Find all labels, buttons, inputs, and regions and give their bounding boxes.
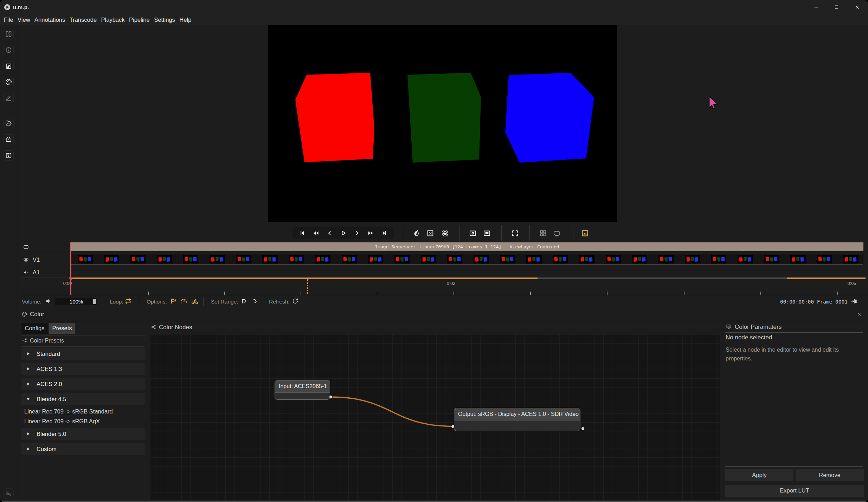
- node-editor-canvas[interactable]: Input: ACES2065-1Output: sRGB - Display …: [150, 334, 720, 500]
- color-node-output[interactable]: Output: sRGB - Display - ACES 1.0 - SDR …: [454, 408, 580, 431]
- bike-icon[interactable]: [191, 298, 198, 305]
- options-label: Options:: [147, 295, 167, 308]
- loop-label: Loop:: [110, 295, 123, 308]
- skip-to-start-button[interactable]: [298, 229, 306, 237]
- params-section-header: Color Paramaters: [735, 324, 782, 331]
- node-port-out[interactable]: [329, 395, 333, 399]
- background-matte-button[interactable]: [441, 229, 449, 237]
- track-label-v1: V1: [33, 256, 40, 263]
- close-icon[interactable]: [856, 311, 862, 317]
- color-node-input[interactable]: Input: ACES2065-1: [275, 380, 330, 400]
- timeline-range-segment[interactable]: [538, 278, 787, 279]
- clip-thumbnail: [104, 255, 120, 263]
- toolbar-separator: [501, 225, 502, 241]
- snapshot-button[interactable]: [469, 229, 477, 237]
- preset-row-blender-4-5[interactable]: Blender 4.5: [21, 393, 145, 405]
- info-icon[interactable]: [4, 45, 14, 55]
- clip-thumbnail: [553, 255, 568, 263]
- video-canvas[interactable]: [268, 25, 617, 222]
- menu-help[interactable]: Help: [179, 14, 191, 25]
- menu-file[interactable]: File: [4, 14, 13, 25]
- refresh-icon[interactable]: [292, 298, 298, 304]
- preset-item[interactable]: Linear Rec.709 -> sRGB AgX: [24, 417, 145, 426]
- image-view-button[interactable]: [581, 229, 589, 237]
- eye-icon[interactable]: [23, 257, 29, 262]
- play-button[interactable]: [339, 229, 347, 237]
- set-range-out-icon[interactable]: [251, 298, 258, 305]
- menu-pipeline[interactable]: Pipeline: [129, 14, 150, 25]
- close-button[interactable]: [849, 0, 865, 14]
- params-icon: [726, 324, 732, 330]
- volume-speaker-icon[interactable]: [45, 298, 52, 304]
- sequence-clip-bar[interactable]: Image Sequence: linear709HR [124 frames …: [71, 242, 863, 251]
- set-range-in-icon[interactable]: [241, 298, 247, 305]
- options-f-button[interactable]: F*: [171, 295, 176, 308]
- fullscreen-button[interactable]: [511, 229, 519, 237]
- clip-thumbnail: [843, 255, 859, 263]
- node-port-out[interactable]: [581, 427, 585, 430]
- preset-row-custom[interactable]: Custom: [21, 443, 145, 455]
- transport-toolbar: [17, 222, 868, 242]
- menu-transcode[interactable]: Transcode: [70, 14, 97, 25]
- video-track-clip[interactable]: [71, 254, 863, 265]
- menu-view[interactable]: View: [18, 14, 30, 25]
- volume-slider[interactable]: 100%: [55, 298, 97, 305]
- ruler-tick: [760, 292, 761, 295]
- clip-thumbnail: [817, 255, 832, 263]
- previous-frame-button[interactable]: [326, 229, 334, 237]
- remove-button[interactable]: Remove: [796, 469, 864, 481]
- palette-icon[interactable]: [4, 77, 14, 87]
- loop-icon[interactable]: [125, 298, 131, 305]
- status-separator: [139, 298, 139, 306]
- apply-button[interactable]: Apply: [725, 469, 793, 481]
- fast-forward-button[interactable]: [367, 229, 374, 237]
- save-icon[interactable]: [4, 150, 14, 161]
- menu-playback[interactable]: Playback: [101, 14, 125, 25]
- ruler-tick: [530, 292, 531, 295]
- layout-dashboard-icon[interactable]: [4, 29, 14, 39]
- pen-line-icon[interactable]: [4, 93, 14, 103]
- speaker-icon[interactable]: [23, 269, 29, 275]
- display-view-button[interactable]: [553, 229, 561, 237]
- tab-presets[interactable]: Presets: [49, 323, 75, 334]
- preset-item[interactable]: Linear Rec.709 -> sRGB Standard: [24, 407, 145, 416]
- toolbar-separator: [459, 225, 459, 241]
- preset-row-standard[interactable]: Standard: [21, 348, 145, 360]
- preset-row-blender-5-0[interactable]: Blender 5.0: [21, 428, 145, 440]
- clip-thumbnail: [315, 255, 330, 263]
- next-frame-button[interactable]: [353, 229, 361, 237]
- clip-thumbnail: [368, 255, 384, 263]
- maximize-button[interactable]: [828, 0, 844, 14]
- clip-thumbnail: [606, 255, 621, 263]
- node-wire: [150, 334, 720, 500]
- clip-thumbnail: [78, 255, 93, 263]
- timeline-range-segment[interactable]: [787, 278, 866, 279]
- menu-settings[interactable]: Settings: [154, 14, 175, 25]
- grid-view-button[interactable]: [539, 229, 547, 237]
- preset-label: Standard: [37, 351, 60, 357]
- node-port-in[interactable]: [451, 425, 455, 428]
- minimize-button[interactable]: [808, 0, 824, 14]
- preset-row-aces-2-0[interactable]: ACES 2.0: [21, 378, 145, 390]
- hdr-disabled-icon[interactable]: HDR: [4, 488, 14, 498]
- sidebar: HDR: [0, 25, 17, 502]
- menu-annotations[interactable]: Annotations: [34, 14, 65, 25]
- skip-to-end-button[interactable]: [380, 229, 388, 237]
- notes-icon[interactable]: [4, 61, 14, 71]
- safe-region-button[interactable]: [483, 229, 491, 237]
- export-lut-button[interactable]: Export LUT: [725, 485, 864, 497]
- folder-open-icon[interactable]: [4, 118, 14, 128]
- volume-slider-handle[interactable]: [93, 299, 96, 304]
- clip-thumbnail: [421, 255, 436, 263]
- briefcase-icon[interactable]: [4, 134, 14, 144]
- tab-configs[interactable]: Configs: [21, 323, 48, 334]
- jump-to-frame-icon[interactable]: [850, 298, 857, 305]
- contrast-button[interactable]: [412, 229, 421, 237]
- timeline-range-segment[interactable]: [71, 278, 538, 279]
- rewind-button[interactable]: [312, 229, 320, 237]
- gauge-icon[interactable]: [180, 298, 187, 305]
- preset-row-aces-1-3[interactable]: ACES 1.3: [21, 363, 145, 375]
- dither-button[interactable]: [426, 229, 435, 237]
- panel-divider: [21, 346, 144, 347]
- playhead[interactable]: [70, 242, 71, 295]
